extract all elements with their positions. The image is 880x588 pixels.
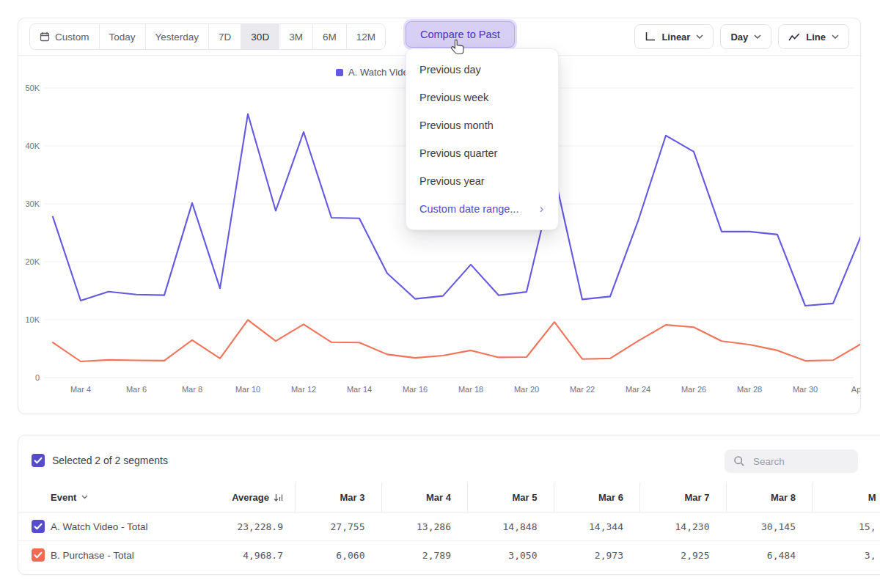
y-axis-label: 50K — [25, 84, 40, 92]
sort-icon — [274, 493, 283, 502]
search-icon — [733, 455, 745, 467]
y-axis-label: 10K — [25, 315, 40, 324]
range-button-today[interactable]: Today — [100, 24, 146, 49]
chart-controls-group: LinearDayLine — [634, 24, 849, 49]
range-button-6m[interactable]: 6M — [313, 24, 347, 49]
menu-item-previous-year[interactable]: Previous year — [406, 167, 558, 195]
column-header-mar-3[interactable]: Mar 3 — [295, 482, 381, 512]
value-cell: 2,789 — [381, 541, 468, 569]
table-row: B. Purchase - Total4,968.76,0602,7893,05… — [18, 541, 880, 569]
segments-panel: Selected 2 of 2 segments EventAverageMar… — [18, 435, 880, 575]
value-cell: 2,973 — [554, 541, 640, 569]
range-button-3m[interactable]: 3M — [279, 24, 313, 49]
day-dropdown-button[interactable]: Day — [720, 24, 771, 49]
value-cell: 6,484 — [726, 541, 813, 569]
line-dropdown-button[interactable]: Line — [778, 24, 849, 49]
x-axis-label: Mar 20 — [514, 385, 539, 394]
range-button-30d[interactable]: 30D — [241, 24, 279, 49]
x-axis-label: Mar 28 — [737, 385, 762, 394]
range-button-label: 30D — [251, 32, 269, 43]
x-axis-label: Mar 4 — [70, 385, 91, 394]
value-cell: 30,145 — [726, 512, 813, 540]
x-axis-label: Mar 6 — [126, 385, 147, 394]
column-header-event[interactable]: Event — [18, 482, 212, 512]
column-header-clipped: M — [812, 482, 880, 512]
x-axis-label: Mar 14 — [347, 385, 372, 394]
column-header-mar-5[interactable]: Mar 5 — [467, 482, 554, 512]
value-cell: 14,848 — [467, 512, 554, 540]
menu-item-previous-day[interactable]: Previous day — [406, 56, 558, 84]
segments-header: Selected 2 of 2 segments — [32, 454, 168, 467]
table-header-row: EventAverageMar 3Mar 4Mar 5Mar 6Mar 7Mar… — [18, 482, 880, 512]
menu-item-previous-week[interactable]: Previous week — [406, 84, 558, 111]
x-axis-label: Mar 26 — [681, 385, 706, 394]
search-input[interactable] — [752, 455, 850, 468]
range-button-label: 3M — [289, 32, 303, 43]
menu-item-label: Custom date range... — [419, 203, 518, 215]
range-button-label: Yesterday — [155, 32, 199, 43]
select-all-checkbox[interactable] — [32, 454, 45, 467]
x-axis-label: Mar 30 — [793, 385, 818, 394]
check-icon — [34, 457, 43, 464]
x-axis-label: Mar 24 — [626, 385, 650, 394]
menu-item-previous-quarter[interactable]: Previous quarter — [406, 139, 558, 167]
value-cell-clipped: 3, — [812, 541, 880, 569]
value-cell: 13,286 — [381, 512, 468, 540]
tool-button-label: Line — [806, 32, 826, 43]
segments-table: EventAverageMar 3Mar 4Mar 5Mar 6Mar 7Mar… — [18, 482, 880, 569]
segment-checkbox[interactable] — [32, 520, 45, 533]
range-button-label: 7D — [219, 32, 231, 43]
search-box[interactable] — [725, 449, 858, 473]
axis-icon — [645, 32, 656, 42]
chevron-down-icon — [81, 495, 88, 499]
linear-dropdown-button[interactable]: Linear — [634, 24, 714, 49]
chevron-right-icon: › — [540, 203, 543, 215]
calendar-icon — [40, 32, 50, 42]
x-axis-label: Mar 8 — [182, 385, 202, 394]
average-value: 23,228.9 — [212, 512, 295, 540]
compare-to-past-button[interactable]: Compare to Past — [406, 21, 515, 48]
range-button-label: 12M — [356, 32, 375, 43]
x-axis-label: Apr 1 — [851, 385, 861, 394]
check-icon — [34, 523, 43, 530]
x-axis-label: Mar 16 — [403, 385, 428, 394]
line-chart-icon — [788, 32, 800, 42]
x-axis-label: Mar 12 — [291, 385, 316, 394]
y-axis-label: 0 — [35, 373, 40, 382]
chevron-down-icon — [832, 34, 839, 39]
column-header-mar-8[interactable]: Mar 8 — [726, 482, 813, 512]
y-axis-label: 40K — [25, 142, 40, 150]
compare-to-past-menu: Previous dayPrevious weekPrevious monthP… — [406, 48, 559, 230]
range-button-label: Today — [109, 32, 136, 43]
tool-button-label: Day — [730, 32, 748, 43]
chevron-down-icon — [754, 34, 761, 39]
range-button-yesterday[interactable]: Yesterday — [146, 24, 210, 49]
value-cell: 3,050 — [467, 541, 554, 569]
x-axis-label: Mar 10 — [235, 385, 260, 394]
average-value: 4,968.7 — [212, 541, 295, 569]
segment-label: A. Watch Video - Total — [51, 521, 148, 532]
average-header-label: Average — [232, 492, 269, 503]
event-header-label: Event — [51, 492, 76, 503]
segment-checkbox[interactable] — [32, 548, 45, 562]
table-row: A. Watch Video - Total23,228.927,75513,2… — [18, 512, 880, 541]
y-axis-label: 30K — [25, 199, 40, 208]
segment-cell: A. Watch Video - Total — [18, 512, 212, 540]
chevron-down-icon — [696, 34, 703, 39]
range-button-12m[interactable]: 12M — [347, 24, 385, 49]
menu-item-previous-month[interactable]: Previous month — [406, 111, 558, 139]
x-axis-label: Mar 18 — [458, 385, 483, 394]
menu-item-custom-date-range[interactable]: Custom date range...› — [406, 195, 558, 223]
range-button-custom[interactable]: Custom — [30, 24, 100, 49]
column-header-mar-7[interactable]: Mar 7 — [639, 482, 726, 512]
value-cell: 2,925 — [639, 541, 726, 569]
value-cell: 27,755 — [295, 512, 381, 540]
column-header-average[interactable]: Average — [212, 482, 295, 512]
check-icon — [34, 551, 43, 559]
range-button-7d[interactable]: 7D — [209, 24, 241, 49]
date-range-group: CustomTodayYesterday7D30D3M6M12M — [29, 23, 386, 50]
legend-swatch — [336, 69, 343, 76]
column-header-mar-6[interactable]: Mar 6 — [554, 482, 640, 512]
segment-cell: B. Purchase - Total — [18, 541, 212, 569]
column-header-mar-4[interactable]: Mar 4 — [381, 482, 468, 512]
